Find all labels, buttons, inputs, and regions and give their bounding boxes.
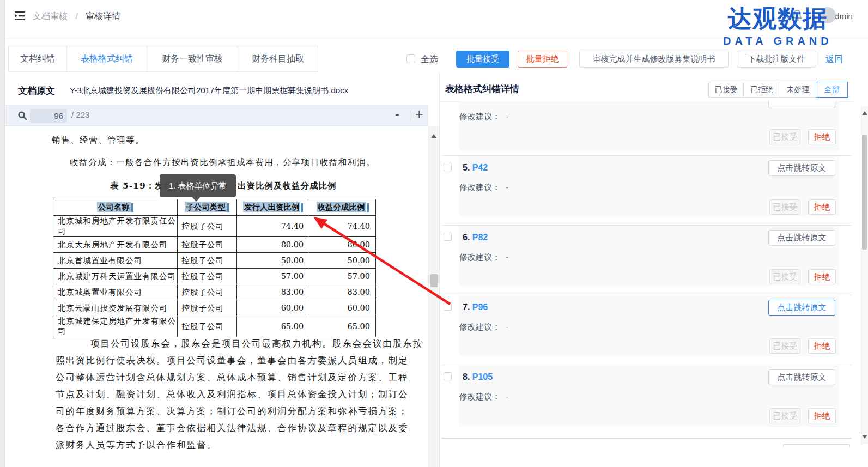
accepted-button[interactable]: 已接受 [769, 408, 800, 423]
reject-button[interactable]: 拒绝 [808, 129, 836, 144]
highlight-cursor [131, 203, 133, 212]
review-panel-title: 表格格式纠错详情 [445, 83, 519, 95]
page-total: / 223 [71, 110, 89, 119]
jump-to-source-button[interactable]: 点击跳转原文 [768, 369, 835, 385]
accepted-button[interactable]: 已接受 [769, 338, 800, 354]
document-review-page: 文档审核 / 审核详情 admin 达观数据 DATA GRAND 文档纠错 表… [0, 0, 868, 467]
logo-english: DATA GRAND [723, 35, 833, 46]
breadcrumb-root[interactable]: 文档审核 [33, 11, 68, 21]
tab-table-format-correction[interactable]: 表格格式纠错 [66, 46, 147, 72]
search-icon[interactable] [17, 111, 27, 120]
item-page-link[interactable]: P82 [472, 233, 488, 242]
item-separator [441, 225, 852, 226]
item-checkbox[interactable] [444, 163, 452, 171]
item-checkbox[interactable] [444, 372, 452, 380]
reject-button[interactable]: 拒绝 [808, 269, 836, 284]
doc-paragraph-line: 派财务人员等方式予以合作和监督。 [56, 439, 426, 451]
jump-to-source-button[interactable]: 点击跳转原文 [768, 160, 835, 176]
table-caption-right: 出资比例及收益分成比例 [238, 180, 337, 192]
accepted-button[interactable]: 已接受 [769, 199, 800, 215]
suggestion-row: 修改建议：- [459, 112, 508, 122]
tab-doc-correction[interactable]: 文档纠错 [8, 46, 67, 72]
issuer-ratio-table: 公司名称 子公司类型 发行人出资比例 收益分成比例 北京城和房地产开发有限责任公… [53, 199, 376, 337]
item-separator [441, 295, 852, 295]
doc-paragraph-line: 司的年度财务预算方案、决算方案；制订公司的利润分配方案和弥补亏损方案； [56, 405, 426, 417]
review-scrollbar[interactable] [861, 106, 868, 444]
table-row: 北京城奥置业有限公司控股子公司 83.0083.00 [53, 284, 376, 300]
doc-text-line: 销售、经营、管理等。 [52, 135, 144, 146]
zoom-in-button[interactable]: + [415, 106, 423, 122]
breadcrumb: 文档审核 / 审核详情 [33, 11, 120, 22]
scroll-up-icon[interactable] [431, 134, 436, 138]
item-page-link[interactable]: P105 [472, 372, 493, 381]
doc-scrollbar-thumb[interactable] [430, 274, 438, 287]
tab-finance-subject-extract[interactable]: 财务科目抽取 [238, 46, 318, 72]
header-cell: 发行人出资比例 [237, 199, 309, 216]
batch-reject-button[interactable]: 批量拒绝 [518, 51, 567, 68]
table-header-row: 公司名称 子公司类型 发行人出资比例 收益分成比例 [53, 199, 376, 216]
jump-button-fragment[interactable] [783, 444, 850, 447]
suggestion-row: 修改建议：- [459, 183, 508, 193]
table-anomaly-tooltip: 1. 表格单位异常 [160, 174, 236, 197]
item-checkbox[interactable] [444, 233, 452, 241]
tooltip-arrow [192, 197, 201, 202]
suggestion-row: 修改建议：- [459, 322, 508, 332]
table-row: 北京城建万科天运置业有限公司控股子公司 57.0057.00 [53, 269, 376, 284]
zoom-out-button[interactable]: - [395, 106, 399, 122]
item-separator [441, 365, 852, 365]
filter-pending[interactable]: 未处理 [780, 82, 816, 98]
table-row: 北京首城置业有限公司控股子公司 50.0050.00 [53, 253, 376, 269]
doc-paragraph-line: 公司整体运营计划含总体规划方案、总体成本预算、销售计划及定价方案、工程 [56, 372, 426, 384]
scroll-up-icon[interactable] [862, 111, 867, 115]
item-title: 5. P42 [463, 163, 488, 173]
finish-generate-button[interactable]: 审核完成并生成修改版募集说明书 [579, 51, 729, 68]
item-title: 7. P96 [463, 302, 488, 312]
table-row: 北京云蒙山投资发展有限公司控股子公司 60.0060.00 [53, 300, 376, 316]
sidebar-collapse-icon[interactable] [13, 9, 26, 22]
highlight-cursor [367, 203, 369, 212]
doc-paragraph-line: 项目公司设股东会，股东会是项目公司最高权力机构。股东会会议由股东按 [56, 338, 426, 350]
filter-all[interactable]: 全部 [816, 82, 848, 98]
doc-panel-title: 文档原文 [18, 84, 55, 97]
reject-button[interactable]: 拒绝 [808, 199, 836, 215]
header-cell: 公司名称 [53, 199, 178, 216]
reject-button[interactable]: 拒绝 [808, 408, 836, 423]
zoom-divider [410, 110, 410, 122]
doc-paragraph-line: 照出资比例行使表决权。项目公司设董事会，董事会由各方委派人员组成，制定 [56, 355, 426, 367]
accepted-button[interactable]: 已接受 [769, 129, 800, 144]
suggestion-row: 修改建议：- [459, 252, 508, 263]
item-page-link[interactable]: P96 [472, 302, 488, 312]
doc-scrollbar[interactable] [428, 126, 439, 467]
highlight-cursor [301, 203, 303, 212]
scroll-down-icon[interactable] [862, 435, 867, 439]
page-number-input[interactable] [30, 109, 67, 123]
doc-text-line: 收益分成：一般各合作方按出资比例承担成本费用，分享项目收益和利润。 [70, 157, 375, 168]
batch-accept-button[interactable]: 批量接受 [456, 51, 509, 68]
back-link[interactable]: 返回 [825, 54, 843, 65]
item-page-link[interactable]: P42 [472, 163, 488, 172]
select-all-checkbox[interactable] [406, 54, 415, 63]
suggestion-row: 修改建议：- [459, 392, 508, 402]
datagrand-logo: 达观数据 DATA GRAND [723, 7, 833, 46]
item-separator [441, 155, 852, 156]
doc-paragraph-line: 各合作方通过股东会、董事会依据相关法律法规、合作协议及章程的规定以及委 [56, 422, 426, 434]
accepted-button[interactable]: 已接受 [769, 269, 800, 284]
item-title: 6. P82 [463, 233, 488, 242]
breadcrumb-separator: / [75, 11, 77, 21]
table-row: 北京城建保定房地产开发有限公司控股子公司 65.0065.00 [53, 316, 376, 337]
header-cell: 收益分成比例 [309, 199, 376, 216]
filter-rejected[interactable]: 已拒绝 [743, 82, 780, 98]
jump-to-source-button-active[interactable]: 点击跳转原文 [768, 300, 835, 316]
highlight-cursor [227, 203, 229, 212]
item-checkbox[interactable] [444, 302, 452, 311]
tab-finance-consistency[interactable]: 财务一致性审核 [147, 46, 238, 72]
jump-to-source-button[interactable]: 点击跳转原文 [768, 230, 835, 246]
filter-accepted[interactable]: 已接受 [708, 82, 744, 98]
list-bottom-line [441, 438, 852, 439]
download-annotated-button[interactable]: 下载批注版文件 [737, 51, 816, 68]
reject-button[interactable]: 拒绝 [808, 338, 836, 354]
table-row: 北京大东房地产开发有限公司控股子公司 80.0080.00 [53, 237, 376, 253]
logo-chinese: 达观数据 [723, 7, 833, 31]
jump-button-fragment[interactable] [768, 101, 835, 108]
review-scrollbar-thumb[interactable] [862, 135, 867, 250]
